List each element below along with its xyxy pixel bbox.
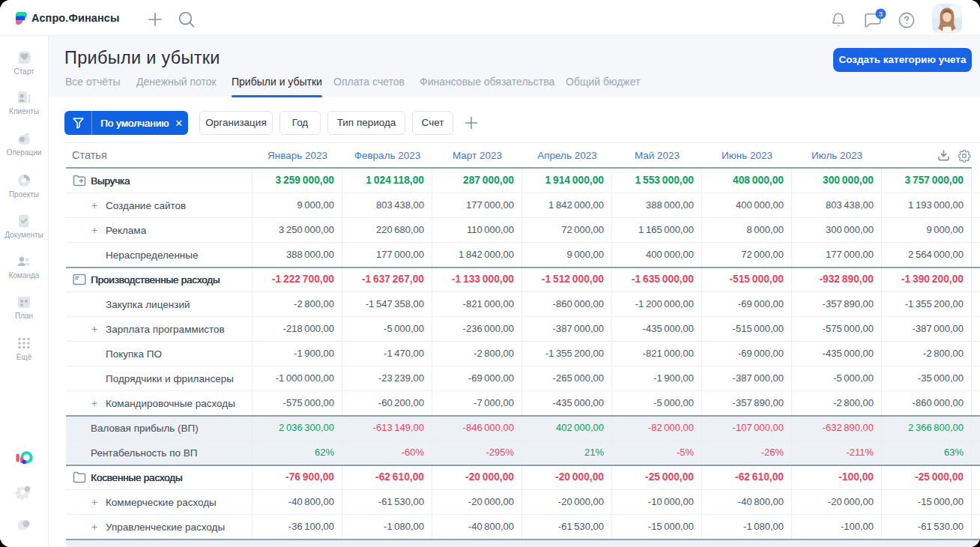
svg-text:3: 3 bbox=[879, 10, 883, 18]
